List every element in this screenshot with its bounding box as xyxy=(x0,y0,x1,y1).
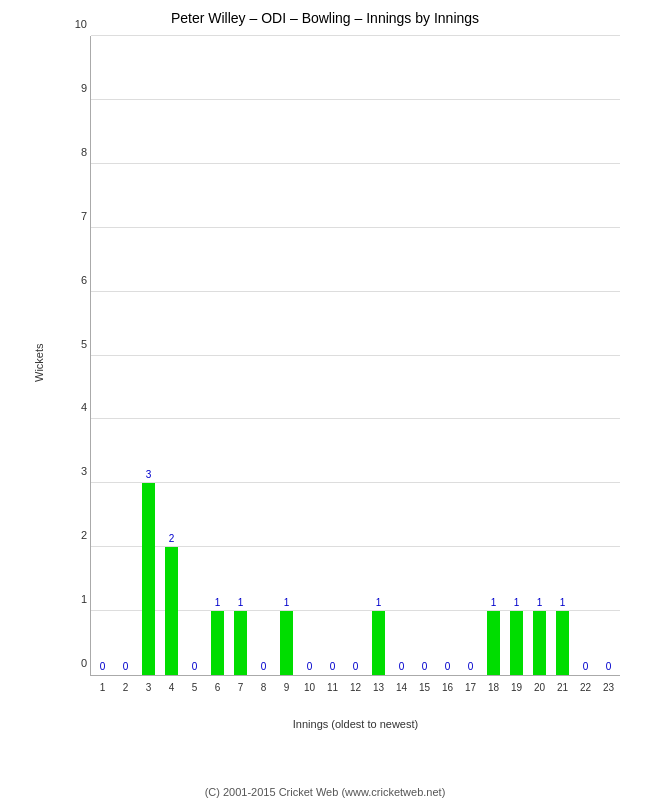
bar-inning-19 xyxy=(510,611,522,675)
x-tick-5: 5 xyxy=(192,682,198,693)
x-tick-22: 22 xyxy=(580,682,591,693)
x-tick-12: 12 xyxy=(350,682,361,693)
x-tick-23: 23 xyxy=(603,682,614,693)
bar-label-10: 0 xyxy=(303,661,315,672)
x-tick-3: 3 xyxy=(146,682,152,693)
x-tick-17: 17 xyxy=(465,682,476,693)
x-tick-2: 2 xyxy=(123,682,129,693)
bar-label-21: 1 xyxy=(556,597,568,608)
y-axis-label: Wickets xyxy=(33,344,45,383)
x-tick-8: 8 xyxy=(261,682,267,693)
copyright: (C) 2001-2015 Cricket Web (www.cricketwe… xyxy=(0,786,650,798)
bar-label-11: 0 xyxy=(326,661,338,672)
plot-area: Innings (oldest to newest) 1234567891001… xyxy=(90,36,620,676)
x-tick-20: 20 xyxy=(534,682,545,693)
bar-inning-21 xyxy=(556,611,568,675)
bar-label-17: 0 xyxy=(464,661,476,672)
gridline-7 xyxy=(91,227,620,228)
bar-label-15: 0 xyxy=(418,661,430,672)
bar-inning-7 xyxy=(234,611,246,675)
x-axis-label: Innings (oldest to newest) xyxy=(91,718,620,730)
gridline-8 xyxy=(91,163,620,164)
bar-inning-6 xyxy=(211,611,223,675)
bar-label-7: 1 xyxy=(234,597,246,608)
bar-label-5: 0 xyxy=(188,661,200,672)
bar-label-18: 1 xyxy=(487,597,499,608)
x-tick-21: 21 xyxy=(557,682,568,693)
bar-inning-13 xyxy=(372,611,384,675)
x-tick-10: 10 xyxy=(304,682,315,693)
bar-inning-3 xyxy=(142,483,154,675)
bar-label-6: 1 xyxy=(211,597,223,608)
gridline-9 xyxy=(91,99,620,100)
gridline-3 xyxy=(91,482,620,483)
x-tick-4: 4 xyxy=(169,682,175,693)
bar-label-19: 1 xyxy=(510,597,522,608)
bar-label-20: 1 xyxy=(533,597,545,608)
bar-label-2: 0 xyxy=(119,661,131,672)
y-tick-0: 0 xyxy=(63,657,87,669)
bar-label-22: 0 xyxy=(579,661,591,672)
x-tick-14: 14 xyxy=(396,682,407,693)
x-tick-15: 15 xyxy=(419,682,430,693)
y-tick-8: 8 xyxy=(63,146,87,158)
bar-label-4: 2 xyxy=(165,533,177,544)
bar-label-12: 0 xyxy=(349,661,361,672)
gridline-4 xyxy=(91,418,620,419)
y-tick-2: 2 xyxy=(63,529,87,541)
gridline-10 xyxy=(91,35,620,36)
chart-container: Peter Willey – ODI – Bowling – Innings b… xyxy=(0,0,650,800)
y-tick-6: 6 xyxy=(63,274,87,286)
bar-label-8: 0 xyxy=(257,661,269,672)
chart-area: Wickets Innings (oldest to newest) 12345… xyxy=(60,36,620,716)
bar-label-9: 1 xyxy=(280,597,292,608)
bar-label-1: 0 xyxy=(96,661,108,672)
bar-inning-18 xyxy=(487,611,499,675)
x-tick-1: 1 xyxy=(100,682,106,693)
bar-label-23: 0 xyxy=(602,661,614,672)
y-tick-1: 1 xyxy=(63,593,87,605)
x-tick-11: 11 xyxy=(327,682,338,693)
y-tick-5: 5 xyxy=(63,338,87,350)
x-tick-9: 9 xyxy=(284,682,290,693)
bar-label-14: 0 xyxy=(395,661,407,672)
gridline-6 xyxy=(91,291,620,292)
y-tick-3: 3 xyxy=(63,465,87,477)
x-tick-18: 18 xyxy=(488,682,499,693)
x-tick-19: 19 xyxy=(511,682,522,693)
bar-label-16: 0 xyxy=(441,661,453,672)
gridline-5 xyxy=(91,355,620,356)
bar-inning-4 xyxy=(165,547,177,675)
y-tick-9: 9 xyxy=(63,82,87,94)
y-tick-4: 4 xyxy=(63,401,87,413)
y-tick-10: 10 xyxy=(63,18,87,30)
bar-label-3: 3 xyxy=(142,469,154,480)
x-tick-13: 13 xyxy=(373,682,384,693)
chart-title: Peter Willey – ODI – Bowling – Innings b… xyxy=(10,10,640,26)
x-tick-16: 16 xyxy=(442,682,453,693)
y-tick-7: 7 xyxy=(63,210,87,222)
bar-inning-9 xyxy=(280,611,292,675)
x-tick-6: 6 xyxy=(215,682,221,693)
bar-label-13: 1 xyxy=(372,597,384,608)
x-tick-7: 7 xyxy=(238,682,244,693)
bar-inning-20 xyxy=(533,611,545,675)
